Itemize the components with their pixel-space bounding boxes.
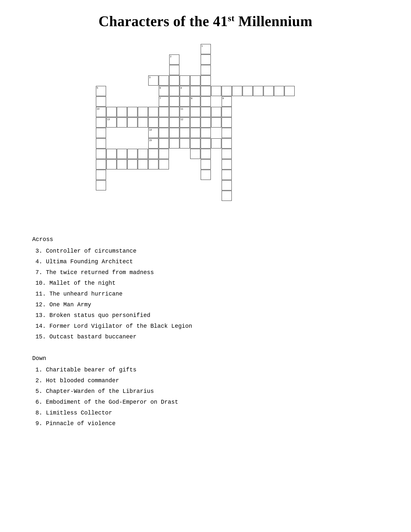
crossword-cell[interactable]: [169, 117, 179, 127]
crossword-cell[interactable]: 6: [159, 86, 169, 96]
crossword-cell[interactable]: [169, 107, 179, 117]
crossword-cell[interactable]: [222, 159, 232, 170]
crossword-cell[interactable]: 12: [180, 117, 190, 127]
crossword-cell[interactable]: [201, 149, 211, 159]
crossword-cell[interactable]: [201, 86, 211, 96]
crossword-cell[interactable]: 2: [169, 55, 179, 65]
crossword-cell[interactable]: [190, 128, 200, 138]
crossword-cell[interactable]: [201, 128, 211, 138]
crossword-cell[interactable]: [159, 107, 169, 117]
crossword-cell[interactable]: [159, 76, 169, 86]
crossword-cell[interactable]: 9: [222, 96, 232, 106]
crossword-cell[interactable]: [106, 159, 117, 170]
crossword-cell[interactable]: [222, 107, 232, 117]
crossword-cell[interactable]: [127, 149, 138, 159]
crossword-cell[interactable]: [201, 76, 211, 86]
crossword-cell[interactable]: [169, 86, 179, 96]
crossword-cell[interactable]: [169, 76, 179, 86]
crossword-cell[interactable]: [190, 138, 200, 149]
crossword-cell[interactable]: [201, 170, 211, 180]
crossword-cell[interactable]: [96, 170, 106, 180]
crossword-cell[interactable]: [180, 128, 190, 138]
crossword-cell[interactable]: [222, 117, 232, 127]
crossword-cell[interactable]: [190, 76, 200, 86]
crossword-cell[interactable]: 13: [106, 117, 117, 127]
crossword-cell[interactable]: [169, 138, 179, 149]
crossword-cell[interactable]: [96, 128, 106, 138]
crossword-cell[interactable]: [117, 149, 127, 159]
crossword-cell[interactable]: 4: [180, 86, 190, 96]
crossword-cell[interactable]: [180, 76, 190, 86]
crossword-cell[interactable]: [211, 86, 221, 96]
crossword-cell[interactable]: [201, 107, 211, 117]
crossword-cell[interactable]: [222, 180, 232, 190]
crossword-cell[interactable]: [106, 149, 117, 159]
crossword-cell[interactable]: [284, 86, 295, 96]
crossword-cell[interactable]: [117, 159, 127, 170]
crossword-cell[interactable]: 11: [180, 107, 190, 117]
crossword-cell[interactable]: 10: [96, 107, 106, 117]
crossword-cell[interactable]: [159, 149, 169, 159]
crossword-cell[interactable]: [222, 128, 232, 138]
crossword-cell[interactable]: [222, 170, 232, 180]
crossword-cell[interactable]: [138, 159, 148, 170]
crossword-cell[interactable]: [243, 86, 253, 96]
crossword-cell[interactable]: [96, 138, 106, 149]
crossword-cell[interactable]: [159, 117, 169, 127]
crossword-cell[interactable]: [138, 117, 148, 127]
crossword-cell[interactable]: [190, 86, 200, 96]
crossword-cell[interactable]: [96, 180, 106, 190]
crossword-cell[interactable]: [106, 107, 117, 117]
crossword-cell[interactable]: [138, 107, 148, 117]
crossword-cell[interactable]: [117, 107, 127, 117]
crossword-cell[interactable]: [148, 107, 159, 117]
crossword-cell[interactable]: [117, 117, 127, 127]
crossword-cell[interactable]: [201, 138, 211, 149]
crossword-cell[interactable]: [96, 159, 106, 170]
crossword-cell[interactable]: [274, 86, 284, 96]
crossword-cell[interactable]: [127, 159, 138, 170]
crossword-cell[interactable]: [148, 159, 159, 170]
crossword-cell[interactable]: [180, 138, 190, 149]
crossword-cell[interactable]: [211, 138, 221, 149]
crossword-cell[interactable]: [232, 86, 242, 96]
crossword-cell[interactable]: [201, 65, 211, 75]
crossword-cell[interactable]: [96, 117, 106, 127]
crossword-cell[interactable]: [201, 96, 211, 106]
crossword-cell[interactable]: [201, 117, 211, 127]
crossword-cell[interactable]: 14: [148, 128, 159, 138]
crossword-cell[interactable]: [211, 117, 221, 127]
crossword-cell[interactable]: [190, 117, 200, 127]
crossword-cell[interactable]: [201, 55, 211, 65]
crossword-cell[interactable]: [138, 149, 148, 159]
crossword-cell[interactable]: [211, 107, 221, 117]
crossword-cell[interactable]: [190, 149, 200, 159]
crossword-cell[interactable]: [159, 138, 169, 149]
crossword-cell[interactable]: [159, 128, 169, 138]
crossword-cell[interactable]: [169, 96, 179, 106]
crossword-cell[interactable]: [222, 138, 232, 149]
crossword-cell[interactable]: [190, 107, 200, 117]
crossword-cell[interactable]: [180, 96, 190, 106]
crossword-cell[interactable]: 3: [148, 76, 159, 86]
crossword-cell[interactable]: [127, 117, 138, 127]
crossword-cell[interactable]: 1: [201, 44, 211, 54]
crossword-cell[interactable]: [148, 117, 159, 127]
crossword-cell[interactable]: [222, 86, 232, 96]
crossword-cell[interactable]: [263, 86, 274, 96]
crossword-cell[interactable]: [169, 65, 179, 75]
crossword-cell[interactable]: [96, 96, 106, 106]
crossword-cell[interactable]: [96, 149, 106, 159]
crossword-cell[interactable]: 5: [96, 86, 106, 96]
crossword-cell[interactable]: 15: [148, 138, 159, 149]
crossword-cell[interactable]: 7: [159, 96, 169, 106]
crossword-cell[interactable]: [148, 149, 159, 159]
crossword-cell[interactable]: [127, 107, 138, 117]
crossword-cell[interactable]: 8: [190, 96, 200, 106]
crossword-cell[interactable]: [222, 149, 232, 159]
crossword-cell[interactable]: [169, 128, 179, 138]
crossword-cell[interactable]: [159, 159, 169, 170]
crossword-cell[interactable]: [201, 159, 211, 170]
crossword-cell[interactable]: [253, 86, 263, 96]
crossword-cell[interactable]: [222, 191, 232, 201]
